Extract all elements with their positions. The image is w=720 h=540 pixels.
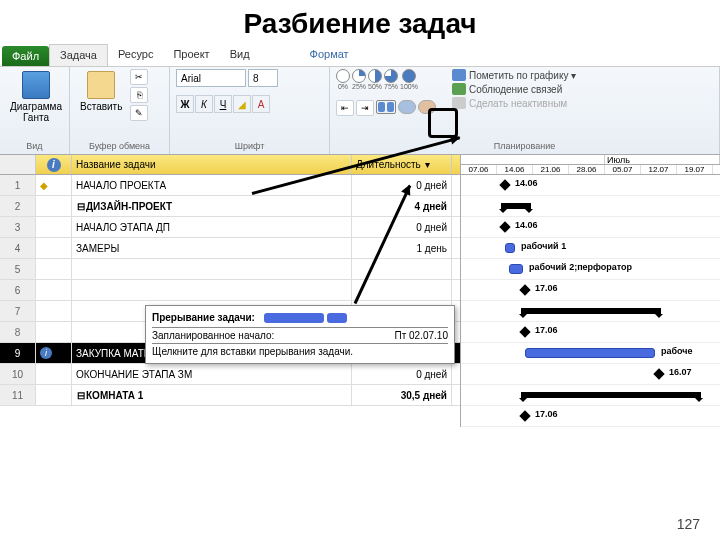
gantt-chart[interactable]: Июль 07.0614.0621.0628.0605.0712.0719.07… [460,155,720,427]
mark-on-track-button[interactable]: Пометить по графику▾ [452,69,576,81]
pct-75[interactable]: 75% [384,69,398,90]
links-icon [452,83,466,95]
task-name-cell[interactable]: ЗАМЕРЫ [72,238,352,258]
row-info[interactable] [36,217,72,237]
tab-view[interactable]: Вид [220,44,260,66]
month-label: Июль [605,155,720,164]
task-name-cell[interactable]: ОКОНЧАНИЕ ЭТАПА ЗМ [72,364,352,384]
duration-cell[interactable]: 0 дней [352,364,452,384]
gantt-chart-button[interactable]: Диаграмма Ганта [6,69,66,125]
duration-cell[interactable] [352,280,452,300]
row-info[interactable] [36,322,72,342]
table-row[interactable]: 1◆НАЧАЛО ПРОЕКТА0 дней [0,175,460,196]
indent-button[interactable]: ⇥ [356,100,374,116]
row-number[interactable]: 7 [0,301,36,321]
row-number[interactable]: 11 [0,385,36,405]
task-name-cell[interactable]: ⊟ КОМНАТА 1 [72,385,352,405]
tab-format[interactable]: Формат [300,44,359,66]
table-row[interactable]: 10ОКОНЧАНИЕ ЭТАПА ЗМ0 дней [0,364,460,385]
tab-file[interactable]: Файл [2,46,49,66]
hdr-info[interactable]: i [36,155,72,174]
font-color-icon: A [258,99,265,110]
timescale-day: 19.07 [677,165,713,174]
row-info[interactable]: i [36,343,72,363]
italic-button[interactable]: К [195,95,213,113]
pct-100[interactable]: 100% [400,69,418,90]
row-info[interactable] [36,301,72,321]
task-name-cell[interactable] [72,280,352,300]
copy-button[interactable]: ⎘ [130,87,148,103]
group-view-label: Вид [6,140,63,152]
percent-complete-row: 0% 25% 50% 75% 100% [336,69,436,90]
bg-color-button[interactable]: ◢ [233,95,251,113]
respect-links-button[interactable]: Соблюдение связей [452,83,576,95]
dropdown-icon: ▾ [571,70,576,81]
row-info[interactable] [36,385,72,405]
pct-0[interactable]: 0% [336,69,350,90]
ribbon: Диаграмма Ганта Вид Вставить ✂ ⎘ ✎ Буфер… [0,67,720,155]
row-number[interactable]: 2 [0,196,36,216]
split-button-highlight [428,108,458,138]
row-number[interactable]: 6 [0,280,36,300]
copy-icon: ⎘ [137,90,142,100]
info-icon: i [40,347,52,359]
table-row[interactable]: 6 [0,280,460,301]
group-clipboard-label: Буфер обмена [76,140,163,152]
row-info[interactable]: ◆ [36,175,72,195]
row-number[interactable]: 4 [0,238,36,258]
row-info[interactable] [36,364,72,384]
collapse-icon[interactable]: ⊟ [76,390,86,401]
timescale-day: 28.06 [569,165,605,174]
bold-button[interactable]: Ж [176,95,194,113]
duration-cell[interactable]: 1 день [352,238,452,258]
dropdown-icon: ▾ [425,159,430,170]
split-task-tooltip: Прерывание задачи: Запланированное начал… [145,305,455,364]
cut-button[interactable]: ✂ [130,69,148,85]
row-number[interactable]: 8 [0,322,36,342]
font-name-input[interactable] [176,69,246,87]
task-name-cell[interactable]: ⊟ ДИЗАЙН-ПРОЕКТ [72,196,352,216]
timescale-day: 05.07 [605,165,641,174]
row-number[interactable]: 3 [0,217,36,237]
row-number[interactable]: 5 [0,259,36,279]
outdent-button[interactable]: ⇤ [336,100,354,116]
row-info[interactable] [36,259,72,279]
task-name-cell[interactable] [72,259,352,279]
group-schedule-label: Планирование [336,140,713,152]
inactivate-button[interactable]: Сделать неактивным [452,97,576,109]
split-task-button[interactable] [376,100,396,114]
timescale-day: 14.06 [497,165,533,174]
row-info[interactable] [36,238,72,258]
row-number[interactable]: 10 [0,364,36,384]
tab-resource[interactable]: Ресурс [108,44,163,66]
brush-icon: ✎ [135,108,143,118]
row-number[interactable]: 1 [0,175,36,195]
table-row[interactable]: 4ЗАМЕРЫ1 день [0,238,460,259]
row-info[interactable] [36,196,72,216]
pct-50[interactable]: 50% [368,69,382,90]
table-row[interactable]: 5 [0,259,460,280]
hdr-name[interactable]: Название задачи [72,155,352,174]
tab-task[interactable]: Задача [49,44,108,66]
row-info[interactable] [36,280,72,300]
collapse-icon[interactable]: ⊟ [76,201,86,212]
font-color-button[interactable]: A [252,95,270,113]
hdr-rownum[interactable] [0,155,36,174]
tab-project[interactable]: Проект [163,44,219,66]
hdr-duration[interactable]: Длительность▾ [352,155,452,174]
table-row[interactable]: 11⊟ КОМНАТА 130,5 дней [0,385,460,406]
gantt-icon [22,71,50,99]
paste-icon [87,71,115,99]
table-row[interactable]: 2⊟ ДИЗАЙН-ПРОЕКТ4 дней [0,196,460,217]
format-painter-button[interactable]: ✎ [130,105,148,121]
scissors-icon: ✂ [135,72,143,82]
pct-25[interactable]: 25% [352,69,366,90]
paste-button[interactable]: Вставить [76,69,126,114]
row-number[interactable]: 9 [0,343,36,363]
duration-cell[interactable]: 0 дней [352,217,452,237]
duration-cell[interactable]: 30,5 дней [352,385,452,405]
task-name-cell[interactable]: НАЧАЛО ЭТАПА ДП [72,217,352,237]
link-tasks-button[interactable] [398,100,416,114]
font-size-input[interactable] [248,69,278,87]
underline-button[interactable]: Ч [214,95,232,113]
